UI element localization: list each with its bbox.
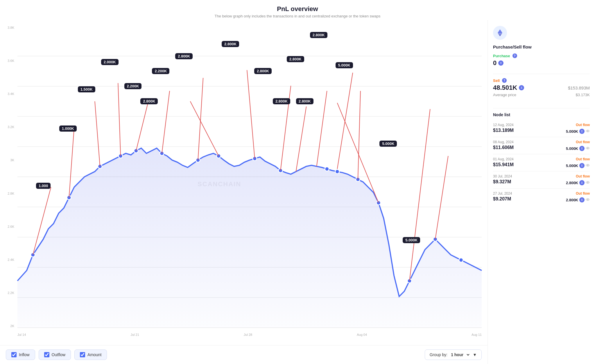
purchase-card: Purchase ? 0 Ξ xyxy=(493,53,590,67)
node-eye-icon[interactable]: 👁 xyxy=(586,129,590,134)
amount-check-input[interactable] xyxy=(80,352,85,357)
eth-icon-circle xyxy=(493,26,507,40)
node-amount: $9.327M xyxy=(493,179,512,184)
node-date: 12 Aug, 2024 xyxy=(493,123,514,127)
node-token-amount: 5.000K xyxy=(566,146,578,151)
purchase-value: 0 Ξ xyxy=(493,59,503,67)
node-date: 01 Aug, 2024 xyxy=(493,157,514,161)
purchase-help-icon[interactable]: ? xyxy=(512,53,517,58)
node-right: Out flow 5.000K Ξ 👁 xyxy=(566,123,590,134)
node-eth-icon: Ξ xyxy=(579,146,585,151)
sell-help-icon[interactable]: ? xyxy=(502,78,507,83)
node-eth-icon: Ξ xyxy=(579,129,585,134)
purchase-value-row: 0 Ξ xyxy=(493,59,590,67)
node-right: Out flow 2.800K Ξ 👁 xyxy=(566,174,590,185)
node-eye-icon[interactable]: 👁 xyxy=(586,180,590,185)
node-token-row: 2.800K Ξ 👁 xyxy=(566,197,590,202)
page-title: PnL overview xyxy=(0,5,595,13)
svg-marker-44 xyxy=(498,29,502,34)
svg-line-33 xyxy=(198,78,203,160)
y-axis-label: 2.2K xyxy=(2,291,14,295)
x-axis-label: Jul 21 xyxy=(130,333,139,336)
avg-price-row: Average price $3.173K xyxy=(493,93,590,97)
amount-checkbox[interactable]: Amount xyxy=(74,349,107,360)
node-eye-icon[interactable]: 👁 xyxy=(586,146,590,151)
svg-point-10 xyxy=(31,253,35,257)
purchase-label: Purchase ? xyxy=(493,53,590,58)
amount-label: Amount xyxy=(87,352,101,357)
node-date: 27 Jul, 2024 xyxy=(493,191,512,196)
y-axis-label: 3.6K xyxy=(2,59,14,62)
node-token-amount: 5.000K xyxy=(566,164,578,168)
node-left: 08 Aug, 2024 $11.606M xyxy=(493,140,514,150)
svg-line-32 xyxy=(162,91,170,153)
svg-line-40 xyxy=(358,91,361,180)
x-axis-label: Jul 28 xyxy=(244,333,252,336)
node-token-amount: 5.000K xyxy=(566,129,578,134)
node-right: Out flow 5.000K Ξ 👁 xyxy=(566,157,590,168)
outflow-label: Outflow xyxy=(52,352,65,357)
node-eye-icon[interactable]: 👁 xyxy=(586,163,590,168)
inflow-check-input[interactable] xyxy=(11,352,17,357)
sell-eth-icon: Ξ xyxy=(519,85,524,90)
inflow-label: Inflow xyxy=(19,352,30,357)
outflow-checkbox[interactable]: Outflow xyxy=(39,349,71,360)
node-amount: $13.189M xyxy=(493,128,514,133)
node-token-row: 2.800K Ξ 👁 xyxy=(566,180,590,185)
svg-line-36 xyxy=(281,86,291,171)
node-eye-icon[interactable]: 👁 xyxy=(586,198,590,202)
y-axis-label: 2.8K xyxy=(2,192,14,195)
x-axis-label: Aug 11 xyxy=(472,333,482,336)
node-list: 12 Aug, 2024 $13.189M Out flow 5.000K Ξ … xyxy=(493,120,590,205)
node-list-item: 12 Aug, 2024 $13.189M Out flow 5.000K Ξ … xyxy=(493,120,590,137)
node-eth-icon: Ξ xyxy=(579,163,585,168)
controls-bar: Inflow Outflow Amount Group by: 1 hour4 … xyxy=(0,345,488,364)
node-eth-icon: Ξ xyxy=(579,197,585,202)
sell-usd-value: $153.893M xyxy=(568,85,590,90)
node-token-row: 5.000K Ξ 👁 xyxy=(566,163,590,168)
y-axis-label: 3.2K xyxy=(2,125,14,129)
sell-card: Sell ? 48.501K Ξ $153.893M Average price… xyxy=(493,78,590,101)
group-by-container[interactable]: Group by: 1 hour4 hours1 day1 week ▼ xyxy=(425,349,482,360)
svg-point-20 xyxy=(325,167,329,171)
inflow-checkbox[interactable]: Inflow xyxy=(6,349,35,360)
divider-2 xyxy=(493,108,590,108)
node-eth-icon: Ξ xyxy=(579,180,585,185)
x-axis-label: Jul 14 xyxy=(17,333,26,336)
node-date: 08 Aug, 2024 xyxy=(493,140,514,144)
node-right: Out flow 5.000K Ξ 👁 xyxy=(566,140,590,151)
node-left: 27 Jul, 2024 $9.207M xyxy=(493,191,512,202)
sell-label: Sell ? xyxy=(493,78,590,83)
y-axis-label: 2.6K xyxy=(2,225,14,228)
purchase-sell-title: Purchase/Sell flow xyxy=(493,44,590,49)
node-list-title: Node list xyxy=(493,112,590,117)
node-flow-label: Out flow xyxy=(576,157,590,161)
node-token-row: 5.000K Ξ 👁 xyxy=(566,129,590,134)
outflow-check-input[interactable] xyxy=(44,352,49,357)
group-by-label: Group by: xyxy=(430,352,447,357)
svg-line-38 xyxy=(317,91,327,166)
node-amount: $11.606M xyxy=(493,145,514,150)
y-axis: 3.8K3.6K3.4K3.2K3K2.8K2.6K2.4K2.2K2K xyxy=(0,26,16,328)
svg-point-26 xyxy=(459,258,463,262)
purchase-eth-icon: Ξ xyxy=(498,60,503,66)
node-flow-label: Out flow xyxy=(576,123,590,127)
node-left: 12 Aug, 2024 $13.189M xyxy=(493,123,514,133)
node-flow-label: Out flow xyxy=(576,140,590,144)
group-by-select[interactable]: 1 hour4 hours1 day1 week xyxy=(450,352,470,357)
y-axis-label: 3.4K xyxy=(2,92,14,96)
chart-area: 3.8K3.6K3.4K3.2K3K2.8K2.6K2.4K2.2K2K xyxy=(0,20,488,364)
y-axis-label: 3.8K xyxy=(2,26,14,29)
node-token-amount: 2.800K xyxy=(566,198,578,202)
node-list-item: 08 Aug, 2024 $11.606M Out flow 5.000K Ξ … xyxy=(493,137,590,154)
node-list-item: 27 Jul, 2024 $9.207M Out flow 2.800K Ξ 👁 xyxy=(493,189,590,205)
svg-point-21 xyxy=(335,169,339,173)
y-axis-label: 2.4K xyxy=(2,258,14,261)
svg-point-17 xyxy=(216,154,221,158)
x-axis-label: Aug 04 xyxy=(357,333,367,336)
svg-line-31 xyxy=(136,99,149,151)
node-token-row: 5.000K Ξ 👁 xyxy=(566,146,590,151)
divider-1 xyxy=(493,74,590,74)
node-flow-label: Out flow xyxy=(576,174,590,178)
chevron-down-icon: ▼ xyxy=(473,352,477,357)
